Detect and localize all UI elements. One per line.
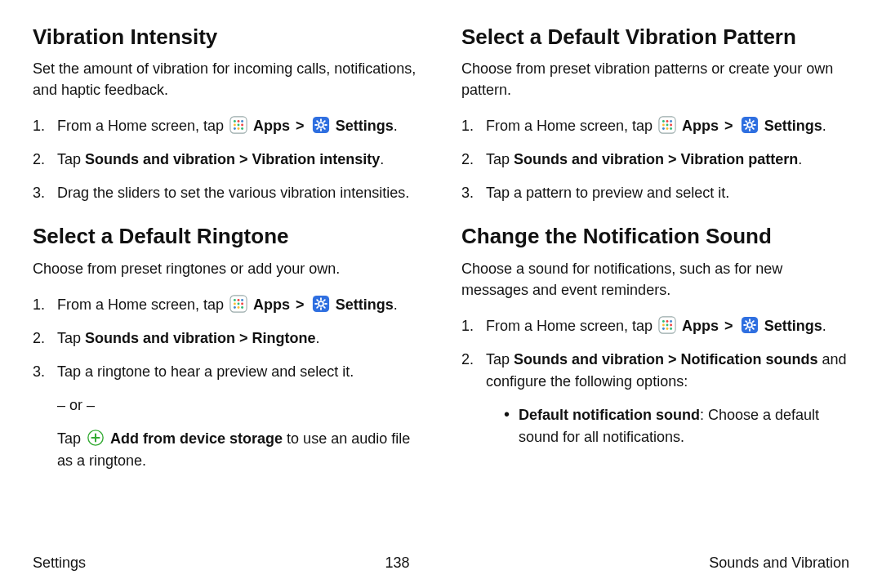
step-text: Tap bbox=[57, 151, 85, 167]
settings-label: Settings bbox=[336, 118, 394, 134]
step-text: From a Home screen, tap bbox=[486, 118, 657, 134]
step-item: Drag the sliders to set the various vibr… bbox=[33, 182, 421, 204]
period: . bbox=[822, 318, 826, 334]
settings-label: Settings bbox=[764, 118, 822, 134]
period: . bbox=[798, 151, 802, 167]
step-item: From a Home screen, tap Apps > Settings. bbox=[33, 115, 421, 137]
step-item: Tap Sounds and vibration > Notification … bbox=[461, 349, 849, 448]
footer-left: Settings bbox=[33, 555, 86, 572]
footer-right: Sounds and Vibration bbox=[709, 555, 849, 572]
step-text: Tap a ringtone to hear a preview and sel… bbox=[57, 363, 354, 380]
step-text: From a Home screen, tap bbox=[486, 318, 657, 334]
step-item: From a Home screen, tap Apps > Settings. bbox=[461, 115, 849, 137]
step-text: Tap bbox=[57, 430, 85, 447]
step-item: Tap a pattern to preview and select it. bbox=[461, 182, 849, 204]
period: . bbox=[316, 330, 320, 346]
step-text: Tap bbox=[486, 151, 514, 167]
chevron-icon: > bbox=[724, 318, 733, 334]
bold-path: Sounds and vibration > Vibration pattern bbox=[514, 151, 798, 167]
steps-vibration-pattern: From a Home screen, tap Apps > Settings.… bbox=[461, 115, 849, 204]
settings-label: Settings bbox=[764, 318, 822, 334]
step-item: Tap Sounds and vibration > Vibration pat… bbox=[461, 149, 849, 171]
step-text: From a Home screen, tap bbox=[57, 296, 228, 313]
heading-notification-sound: Change the Notification Sound bbox=[461, 224, 849, 249]
bold-path: Sounds and vibration > Notification soun… bbox=[514, 351, 818, 368]
apps-label: Apps bbox=[253, 118, 290, 134]
section-notification-sound: Change the Notification Sound Choose a s… bbox=[461, 224, 849, 448]
step-text: Tap bbox=[57, 330, 85, 346]
step-text: Tap bbox=[486, 351, 514, 368]
apps-label: Apps bbox=[682, 318, 719, 334]
settings-icon bbox=[741, 116, 759, 134]
alt-step: Tap Add from device storage to use an au… bbox=[57, 428, 421, 472]
desc-vibration-intensity: Set the amount of vibration for incoming… bbox=[33, 58, 421, 100]
apps-icon bbox=[658, 116, 676, 134]
chevron-icon: > bbox=[724, 118, 733, 134]
period: . bbox=[380, 151, 384, 167]
step-text: From a Home screen, tap bbox=[57, 118, 228, 134]
chevron-icon: > bbox=[296, 296, 305, 313]
section-vibration-pattern: Select a Default Vibration Pattern Choos… bbox=[461, 24, 849, 204]
section-default-ringtone: Select a Default Ringtone Choose from pr… bbox=[33, 224, 421, 471]
bold-path: Sounds and vibration > Ringtone bbox=[85, 330, 316, 346]
desc-default-ringtone: Choose from preset ringtones or add your… bbox=[33, 258, 421, 279]
add-icon bbox=[87, 429, 105, 447]
settings-label: Settings bbox=[336, 296, 394, 313]
bold-path: Sounds and vibration > Vibration intensi… bbox=[85, 151, 380, 167]
step-item: Tap a ringtone to hear a preview and sel… bbox=[33, 361, 421, 472]
footer-page-number: 138 bbox=[385, 555, 410, 572]
bullet-item: Default notification sound: Choose a def… bbox=[504, 404, 849, 448]
heading-default-ringtone: Select a Default Ringtone bbox=[33, 224, 421, 249]
option-name: Default notification sound bbox=[519, 407, 700, 423]
or-separator: – or – bbox=[57, 394, 421, 416]
page-footer: Settings 138 Sounds and Vibration bbox=[33, 555, 849, 572]
heading-vibration-pattern: Select a Default Vibration Pattern bbox=[461, 24, 849, 50]
period: . bbox=[394, 118, 398, 134]
apps-label: Apps bbox=[253, 296, 290, 313]
apps-icon bbox=[229, 116, 247, 134]
apps-icon bbox=[229, 295, 247, 313]
apps-label: Apps bbox=[682, 118, 719, 134]
desc-vibration-pattern: Choose from preset vibration patterns or… bbox=[461, 58, 849, 100]
steps-notification-sound: From a Home screen, tap Apps > Settings.… bbox=[461, 315, 849, 448]
left-column: Vibration Intensity Set the amount of vi… bbox=[33, 24, 421, 492]
settings-icon bbox=[312, 295, 330, 313]
desc-notification-sound: Choose a sound for notifications, such a… bbox=[461, 258, 849, 301]
step-item: Tap Sounds and vibration > Vibration int… bbox=[33, 149, 421, 171]
step-item: Tap Sounds and vibration > Ringtone. bbox=[33, 327, 421, 350]
period: . bbox=[394, 296, 398, 313]
options-list: Default notification sound: Choose a def… bbox=[486, 404, 849, 448]
settings-icon bbox=[312, 116, 330, 134]
period: . bbox=[822, 118, 826, 134]
steps-vibration-intensity: From a Home screen, tap Apps > Settings.… bbox=[33, 115, 421, 204]
apps-icon bbox=[658, 316, 676, 334]
steps-default-ringtone: From a Home screen, tap Apps > Settings.… bbox=[33, 294, 421, 472]
section-vibration-intensity: Vibration Intensity Set the amount of vi… bbox=[33, 24, 421, 204]
step-item: From a Home screen, tap Apps > Settings. bbox=[461, 315, 849, 337]
right-column: Select a Default Vibration Pattern Choos… bbox=[461, 24, 849, 492]
chevron-icon: > bbox=[296, 118, 305, 134]
step-item: From a Home screen, tap Apps > Settings. bbox=[33, 294, 421, 316]
settings-icon bbox=[741, 316, 759, 334]
add-storage-label: Add from device storage bbox=[110, 430, 283, 447]
heading-vibration-intensity: Vibration Intensity bbox=[33, 24, 421, 50]
